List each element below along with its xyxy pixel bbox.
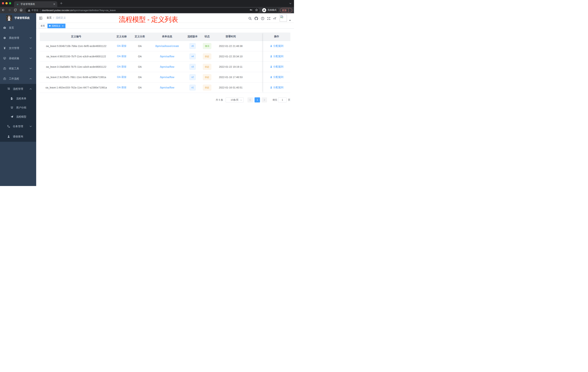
- form-info-link[interactable]: /bpm/oa/flow: [160, 86, 174, 89]
- home-icon[interactable]: [20, 8, 23, 12]
- minimize-window-button[interactable]: [5, 2, 8, 4]
- hamburger-icon[interactable]: [39, 16, 43, 20]
- browser-menu-icon[interactable]: [288, 9, 289, 11]
- next-page-button[interactable]: [262, 97, 267, 102]
- url-text[interactable]: dashboard.yudao.iocoder.cn/bpm/manager/d…: [42, 9, 116, 12]
- definition-name-link[interactable]: OA 请假: [117, 65, 126, 68]
- page-jump-input[interactable]: 1: [278, 97, 286, 102]
- definition-name-link[interactable]: OA 请假: [117, 44, 126, 48]
- tag-0[interactable]: 首页: [39, 24, 47, 28]
- sidebar-item-5[interactable]: 工作流程: [0, 74, 36, 84]
- sidebar-item-label: 流程表单: [16, 97, 26, 100]
- assign-rule-label: 分配规则: [273, 76, 284, 79]
- version-tag: v3: [189, 64, 196, 70]
- table-row-3: oa_leave:2:3c1f0ef1-76b1-11ec-9c66-a2380…: [40, 72, 290, 82]
- forward-icon[interactable]: [8, 8, 11, 12]
- sidebar-item-2[interactable]: 支付管理: [0, 43, 36, 53]
- pagination-total: 共 5 条: [216, 98, 223, 101]
- close-window-button[interactable]: [2, 2, 4, 4]
- fullscreen-icon[interactable]: [267, 17, 271, 20]
- form-info-link[interactable]: /bpm/oa/flow: [160, 55, 174, 58]
- cell-deploy-time: 2022-01-22 21:48:38: [214, 41, 247, 51]
- select-chevron-down-icon: [240, 99, 242, 101]
- assign-rule-button[interactable]: 分配规则: [270, 65, 284, 68]
- github-icon[interactable]: [254, 17, 258, 20]
- tab-search-chevron-icon[interactable]: [289, 3, 292, 4]
- password-key-icon[interactable]: [249, 8, 252, 12]
- monitor-icon: [3, 57, 6, 60]
- definition-name-link[interactable]: OA 请假: [117, 76, 126, 79]
- definition-name-link[interactable]: OA 请假: [117, 55, 126, 58]
- back-icon[interactable]: [2, 8, 5, 12]
- cell-deploy-time: 2022-01-16 17:46:53: [214, 72, 247, 82]
- page-size-select[interactable]: 10条/页: [226, 97, 244, 102]
- reload-icon[interactable]: [14, 8, 17, 12]
- search-icon[interactable]: [248, 17, 252, 20]
- breadcrumb-separator: /: [53, 16, 54, 19]
- incognito-profile-chip[interactable]: 无痕模式: [262, 8, 279, 12]
- user-icon: [270, 45, 272, 47]
- sidebar: 芋道管理系统 首页系统管理支付管理基础设施研发工具工作流程流程管理流程表单用户分…: [0, 13, 36, 186]
- cell-deploy-time: 2022-01-16 01:40:51: [214, 82, 247, 93]
- sidebar-item-1[interactable]: 系统管理: [0, 33, 36, 43]
- assign-rule-button[interactable]: 分配规则: [270, 76, 284, 79]
- sidebar-item-4[interactable]: 研发工具: [0, 64, 36, 74]
- avatar-caret-down-icon[interactable]: [289, 20, 291, 21]
- tab-close-icon[interactable]: [53, 3, 55, 5]
- sidebar-logo[interactable]: 芋道管理系统: [0, 13, 36, 23]
- cell-definition-id: oa_leave:1:482ec033-762a-11ec-8477-a2380…: [40, 82, 113, 93]
- person-icon: [7, 135, 10, 138]
- sidebar-item-0[interactable]: 首页: [0, 23, 36, 33]
- cell-definition-id: oa_leave:3:1fad3d93-7b75-11ec-a3c8-acde4…: [40, 62, 113, 72]
- sidebar-item-7[interactable]: 流程表单: [0, 94, 36, 103]
- active-tag-dot: [49, 25, 51, 27]
- font-size-icon[interactable]: [273, 17, 277, 20]
- help-question-icon[interactable]: [261, 17, 264, 20]
- face-icon: [10, 106, 13, 109]
- bookmark-star-icon[interactable]: [255, 8, 258, 12]
- breadcrumb-home[interactable]: 首页: [47, 16, 52, 20]
- sidebar-item-3[interactable]: 基础设施: [0, 53, 36, 64]
- browser-update-button[interactable]: 更新: [280, 8, 292, 12]
- definition-name-link[interactable]: OA 请假: [117, 86, 126, 89]
- prev-page-button[interactable]: [247, 97, 253, 102]
- user-avatar[interactable]: [280, 15, 287, 22]
- url-bar[interactable]: 不安全 dashboard.yudao.iocoder.cn/bpm/manag…: [25, 8, 260, 13]
- assign-rule-button[interactable]: 分配规则: [270, 44, 284, 48]
- form-info-link[interactable]: /bpm/oa/leave/create: [155, 44, 179, 47]
- sidebar-item-label: 用户分组: [16, 106, 26, 109]
- tag-close-icon[interactable]: [62, 25, 64, 27]
- chevron-down-icon: [30, 58, 32, 59]
- security-label[interactable]: 不安全: [32, 9, 39, 12]
- tag-1[interactable]: 流程定义: [47, 24, 65, 28]
- sidebar-item-9[interactable]: 流程模型: [0, 112, 36, 121]
- assign-rule-button[interactable]: 分配规则: [270, 55, 284, 58]
- sidebar-item-11[interactable]: 请假查询: [0, 131, 36, 142]
- new-tab-button[interactable]: [60, 2, 63, 5]
- assign-rule-label: 分配规则: [273, 65, 284, 68]
- sidebar-item-8[interactable]: 用户分组: [0, 103, 36, 112]
- cell-filler: [247, 82, 263, 93]
- form-info-link[interactable]: /bpm/oa/flow: [160, 65, 174, 68]
- tab-title: 芋道管理系统: [21, 2, 35, 6]
- site-favicon-icon: [16, 3, 19, 5]
- cell-deploy-time: 2022-01-22 20:34:10: [214, 51, 247, 62]
- user-icon: [270, 76, 272, 78]
- chevron-down-icon: [30, 37, 32, 39]
- not-secure-warning-icon[interactable]: [28, 9, 30, 12]
- assign-rule-button[interactable]: 分配规则: [270, 86, 284, 89]
- table-body: oa_leave:5:004b710b-7b8a-11ec-8ef0-acde4…: [40, 41, 290, 93]
- sidebar-item-6[interactable]: 流程管理: [0, 84, 36, 94]
- zoom-window-button[interactable]: [9, 2, 11, 4]
- column-filler: [247, 33, 263, 41]
- sidebar-item-10[interactable]: 任务管理: [0, 121, 36, 131]
- form-info-link[interactable]: /bpm/oa/flow: [160, 76, 174, 79]
- user-icon: [270, 55, 272, 57]
- cell-definition-id: oa_leave:5:004b710b-7b8a-11ec-8ef0-acde4…: [40, 41, 113, 51]
- browser-tab[interactable]: 芋道管理系统: [14, 1, 57, 7]
- form-icon: [10, 97, 13, 100]
- sidebar-item-label: 流程模型: [16, 115, 26, 119]
- traffic-lights[interactable]: [2, 2, 11, 4]
- version-tag: v5: [189, 43, 196, 49]
- page-number-button[interactable]: 1: [254, 97, 260, 102]
